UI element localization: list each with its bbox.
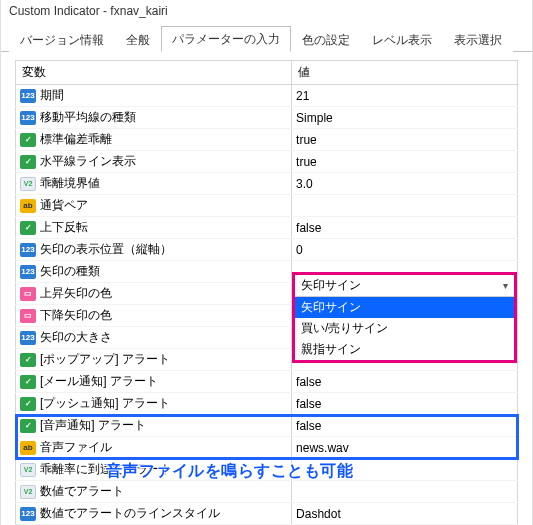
param-row[interactable]: ab通貨ペア	[16, 195, 518, 217]
int-type-icon: 123	[20, 331, 36, 345]
window-title: Custom Indicator - fxnav_kairi	[1, 0, 532, 24]
param-label: 標準偏差乖離	[40, 131, 112, 148]
param-label: 水平線ライン表示	[40, 153, 136, 170]
param-row[interactable]: ✓[音声通知] アラートfalse	[16, 415, 518, 437]
param-value[interactable]: 3.0	[292, 173, 518, 195]
param-row[interactable]: V2数値でアラート	[16, 481, 518, 503]
int-type-icon: 123	[20, 507, 36, 521]
dropdown-option[interactable]: 矢印サイン	[295, 297, 514, 318]
tab-3[interactable]: 色の設定	[291, 27, 361, 52]
param-label: [プッシュ通知] アラート	[40, 395, 170, 412]
annotation-audio-file: 音声ファイルを鳴らすことも可能	[106, 461, 354, 482]
param-row[interactable]: ✓標準偏差乖離true	[16, 129, 518, 151]
int-type-icon: 123	[20, 89, 36, 103]
bool-type-icon: ✓	[20, 397, 36, 411]
v2-type-icon: V2	[20, 177, 36, 191]
chevron-down-icon: ▾	[503, 280, 508, 291]
tab-5[interactable]: 表示選択	[443, 27, 513, 52]
param-label: [メール通知] アラート	[40, 373, 158, 390]
bool-type-icon: ✓	[20, 221, 36, 235]
param-label: 移動平均線の種類	[40, 109, 136, 126]
parameters-panel: 変数 値 123期間21123移動平均線の種類Simple✓標準偏差乖離true…	[1, 52, 532, 525]
param-row[interactable]: ab音声ファイルnews.wav	[16, 437, 518, 459]
param-value[interactable]: Simple	[292, 107, 518, 129]
param-label: 乖離境界値	[40, 175, 100, 192]
param-value[interactable]: true	[292, 129, 518, 151]
tab-4[interactable]: レベル表示	[361, 27, 443, 52]
param-value[interactable]: false	[292, 415, 518, 437]
column-header-value[interactable]: 値	[292, 61, 518, 85]
tab-1[interactable]: 全般	[115, 27, 161, 52]
param-value[interactable]	[292, 195, 518, 217]
param-label: [ポップアップ] アラート	[40, 351, 170, 368]
tab-0[interactable]: バージョン情報	[9, 27, 115, 52]
param-label: 数値でアラート	[40, 483, 124, 500]
bool-type-icon: ✓	[20, 375, 36, 389]
dropdown-option[interactable]: 買い/売りサイン	[295, 318, 514, 339]
param-row[interactable]: ✓[プッシュ通知] アラートfalse	[16, 393, 518, 415]
param-label: 矢印の種類	[40, 263, 100, 280]
param-value[interactable]: news.wav	[292, 437, 518, 459]
param-value[interactable]: false	[292, 371, 518, 393]
param-label: 上昇矢印の色	[40, 285, 112, 302]
param-value[interactable]: 矢印サイン▾矢印サイン買い/売りサイン親指サイン	[292, 261, 518, 283]
param-row[interactable]: 123矢印の表示位置（縦軸）0	[16, 239, 518, 261]
param-value[interactable]: Dashdot	[292, 503, 518, 525]
param-label: 矢印の大きさ	[40, 329, 112, 346]
int-type-icon: 123	[20, 111, 36, 125]
bool-type-icon: ✓	[20, 133, 36, 147]
bool-type-icon: ✓	[20, 353, 36, 367]
v2-type-icon: V2	[20, 463, 36, 477]
param-value[interactable]	[292, 481, 518, 503]
param-label: 矢印の表示位置（縦軸）	[40, 241, 172, 258]
color-type-icon: ▭	[20, 287, 36, 301]
str-type-icon: ab	[20, 441, 36, 455]
param-label: 下降矢印の色	[40, 307, 112, 324]
param-row[interactable]: ✓上下反転false	[16, 217, 518, 239]
param-row[interactable]: V2乖離境界値3.0	[16, 173, 518, 195]
int-type-icon: 123	[20, 243, 36, 257]
dropdown-selected[interactable]: 矢印サイン▾	[295, 275, 514, 297]
dropdown-option[interactable]: 親指サイン	[295, 339, 514, 360]
param-label: [音声通知] アラート	[40, 417, 146, 434]
tab-2[interactable]: パラメーターの入力	[161, 26, 291, 52]
param-row[interactable]: ✓[メール通知] アラートfalse	[16, 371, 518, 393]
bool-type-icon: ✓	[20, 419, 36, 433]
param-row[interactable]: ✓水平線ライン表示true	[16, 151, 518, 173]
parameters-table: 変数 値 123期間21123移動平均線の種類Simple✓標準偏差乖離true…	[15, 60, 518, 525]
v2-type-icon: V2	[20, 485, 36, 499]
param-label: 通貨ペア	[40, 197, 88, 214]
param-value[interactable]: true	[292, 151, 518, 173]
tab-strip: バージョン情報全般パラメーターの入力色の設定レベル表示表示選択	[1, 24, 532, 52]
param-row[interactable]: 123数値でアラートのラインスタイルDashdot	[16, 503, 518, 525]
indicator-properties-window: Custom Indicator - fxnav_kairi バージョン情報全般…	[0, 0, 533, 525]
color-type-icon: ▭	[20, 309, 36, 323]
param-label: 期間	[40, 87, 64, 104]
param-row[interactable]: 123期間21	[16, 85, 518, 107]
param-label: 数値でアラートのラインスタイル	[40, 505, 220, 522]
param-value[interactable]: false	[292, 393, 518, 415]
param-label: 上下反転	[40, 219, 88, 236]
int-type-icon: 123	[20, 265, 36, 279]
str-type-icon: ab	[20, 199, 36, 213]
param-row[interactable]: 123矢印の種類矢印サイン▾矢印サイン買い/売りサイン親指サイン	[16, 261, 518, 283]
bool-type-icon: ✓	[20, 155, 36, 169]
param-value[interactable]: 21	[292, 85, 518, 107]
param-row[interactable]: 123移動平均線の種類Simple	[16, 107, 518, 129]
column-header-variable[interactable]: 変数	[16, 61, 292, 85]
arrow-type-dropdown[interactable]: 矢印サイン▾矢印サイン買い/売りサイン親指サイン	[292, 272, 517, 363]
param-value[interactable]: false	[292, 217, 518, 239]
param-label: 音声ファイル	[40, 439, 112, 456]
param-value[interactable]: 0	[292, 239, 518, 261]
